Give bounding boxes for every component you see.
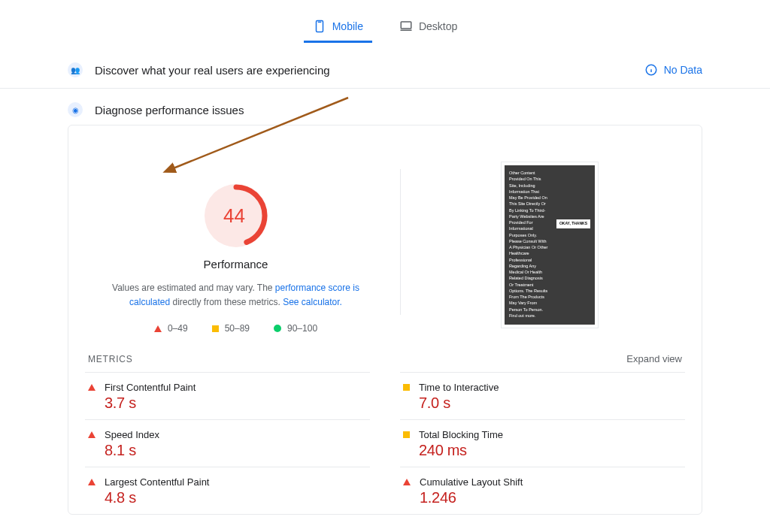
see-calculator-link[interactable]: See calculator. <box>283 297 342 307</box>
square-icon <box>212 325 219 332</box>
tab-mobile-label: Mobile <box>332 20 363 32</box>
vertical-divider <box>400 169 401 315</box>
metric-row[interactable]: Largest Contentful Paint4.8 s <box>85 467 370 514</box>
metric-value: 4.8 s <box>105 489 209 506</box>
tab-desktop-label: Desktop <box>419 20 457 32</box>
metric-value: 7.0 s <box>419 394 499 412</box>
diagnose-card: 44 Performance Values are estimated and … <box>68 125 702 515</box>
real-users-section: 👥 Discover what your real users are expe… <box>0 49 770 89</box>
metric-row[interactable]: Total Blocking Time240 ms <box>400 419 685 467</box>
preview-consent-text: Other Content Provided On This Site, Inc… <box>509 170 590 319</box>
triangle-icon <box>154 325 162 332</box>
metric-name: Cumulative Layout Shift <box>420 476 523 488</box>
diagnose-section-header: ◉ Diagnose performance issues <box>0 89 770 117</box>
no-data-label: No Data <box>664 64 702 76</box>
triangle-icon <box>88 479 95 485</box>
metric-value: 8.1 s <box>105 442 159 459</box>
performance-gauge: 44 <box>205 184 268 247</box>
triangle-icon <box>88 431 95 438</box>
metric-name: Total Blocking Time <box>419 429 503 440</box>
real-users-title: Discover what your real users are experi… <box>95 64 330 77</box>
score-legend: 0–49 50–89 90–100 <box>154 323 317 334</box>
triangle-icon <box>403 479 411 485</box>
performance-description: Values are estimated and may vary. The p… <box>108 281 364 310</box>
metrics-grid: First Contentful Paint3.7 sTime to Inter… <box>85 372 685 514</box>
gauge-icon: ◉ <box>68 102 83 117</box>
metric-name: Time to Interactive <box>419 382 499 393</box>
metrics-heading: METRICS <box>88 354 133 364</box>
metric-name: First Contentful Paint <box>105 382 196 393</box>
preview-column: Other Content Provided On This Site, Inc… <box>414 139 685 334</box>
diagnose-title: Diagnose performance issues <box>95 104 244 116</box>
metric-row[interactable]: Speed Index8.1 s <box>85 419 370 467</box>
performance-label: Performance <box>204 258 268 271</box>
gauge-column: 44 Performance Values are estimated and … <box>85 139 387 334</box>
no-data-link[interactable]: No Data <box>644 63 702 77</box>
mobile-preview: Other Content Provided On This Site, Inc… <box>501 162 599 328</box>
desktop-icon <box>399 20 413 33</box>
device-tabs: Mobile Desktop <box>0 0 770 49</box>
mobile-icon <box>313 20 326 33</box>
people-icon: 👥 <box>68 62 83 77</box>
performance-score: 44 <box>223 204 245 228</box>
metric-row[interactable]: Time to Interactive7.0 s <box>400 372 685 419</box>
metric-name: Speed Index <box>105 429 159 440</box>
metric-name: Largest Contentful Paint <box>105 476 209 488</box>
metric-value: 3.7 s <box>105 394 196 412</box>
square-icon <box>403 431 410 438</box>
metric-value: 240 ms <box>419 442 503 459</box>
metric-row[interactable]: First Contentful Paint3.7 s <box>85 372 370 419</box>
svg-rect-2 <box>401 22 411 29</box>
metric-value: 1.246 <box>420 489 523 506</box>
expand-view-link[interactable]: Expand view <box>626 353 682 364</box>
triangle-icon <box>88 384 95 391</box>
circle-icon <box>274 325 281 332</box>
metric-row[interactable]: Cumulative Layout Shift1.246 <box>400 467 685 514</box>
tab-desktop[interactable]: Desktop <box>390 15 466 43</box>
preview-ok-button: OKAY, THANKS <box>556 219 590 228</box>
info-icon <box>644 63 658 77</box>
tab-mobile[interactable]: Mobile <box>304 15 372 43</box>
square-icon <box>403 384 410 391</box>
